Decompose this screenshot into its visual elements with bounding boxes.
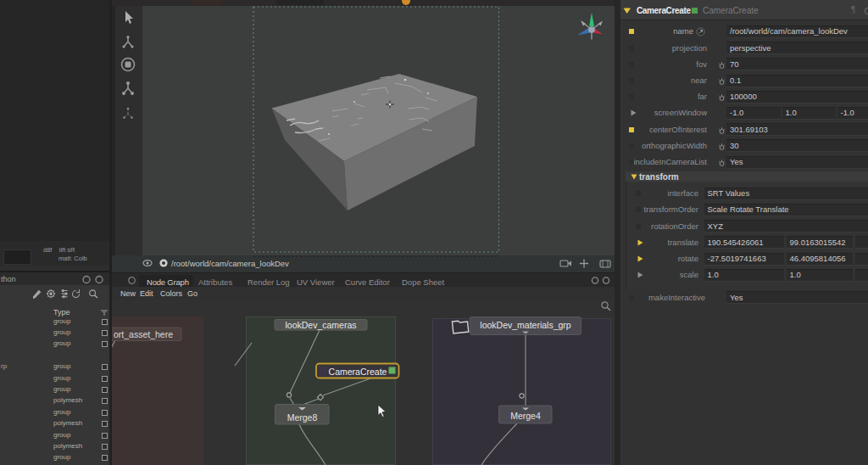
- svg-text:Merge8: Merge8: [287, 412, 318, 423]
- svg-text:Merge4: Merge4: [510, 411, 541, 421]
- svg-text:lookDev_cameras: lookDev_cameras: [285, 320, 356, 330]
- svg-text:ort_asset_here: ort_asset_here: [114, 329, 173, 339]
- svg-text:CameraCreate: CameraCreate: [329, 367, 387, 377]
- svg-text:lookDev_materials_grp: lookDev_materials_grp: [480, 320, 571, 330]
